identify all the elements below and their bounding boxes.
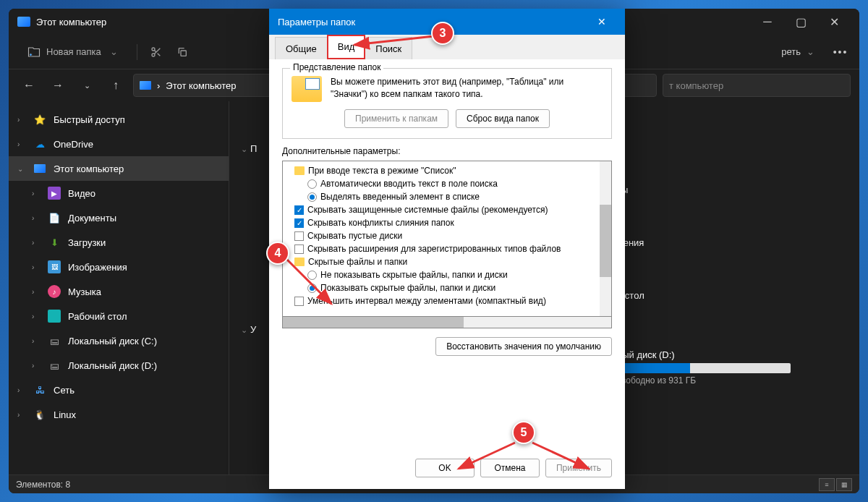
sidebar-item-this-pc[interactable]: ⌄Этот компьютер <box>9 156 229 181</box>
cloud-icon: ☁ <box>33 137 46 150</box>
scrollbar-thumb[interactable] <box>600 205 611 277</box>
chevron-down-icon[interactable]: ⌄ <box>241 326 247 334</box>
linux-icon: 🐧 <box>33 408 46 421</box>
drive-icon: 🖴 <box>48 359 61 372</box>
apply-button[interactable]: Применить <box>545 459 612 477</box>
svg-rect-3 <box>181 51 186 56</box>
dialog-titlebar: Параметры папок ✕ <box>269 9 625 35</box>
reset-folders-button[interactable]: Сброс вида папок <box>456 109 550 128</box>
navigation-pane: ›⭐Быстрый доступ ›☁OneDrive ⌄Этот компью… <box>9 101 229 475</box>
view-dropdown[interactable]: реть ⌄ <box>774 42 822 61</box>
recent-chevron[interactable]: ⌄ <box>75 74 98 97</box>
drive-item[interactable]: ный диск (D:) свободно из 931 ГБ <box>617 349 848 386</box>
tab-search[interactable]: Поиск <box>365 37 412 59</box>
picture-icon: 🖼 <box>48 260 61 273</box>
monitor-icon <box>33 162 46 175</box>
cut-button[interactable] <box>149 45 163 59</box>
checkbox[interactable]: ✓ <box>294 205 304 215</box>
sidebar-item-desktop[interactable]: ›Рабочий стол <box>9 304 229 328</box>
folder-view-icon <box>292 76 322 102</box>
tab-general[interactable]: Общие <box>275 37 328 59</box>
folder-icon <box>294 166 305 175</box>
svg-point-1 <box>152 48 155 51</box>
scrollbar-thumb[interactable] <box>283 317 464 328</box>
tab-view[interactable]: Вид <box>327 35 366 59</box>
ok-button[interactable]: OK <box>415 459 475 477</box>
sidebar-item-quick-access[interactable]: ›⭐Быстрый доступ <box>9 107 229 132</box>
folder-item[interactable]: й стол <box>617 286 848 305</box>
this-pc-icon <box>140 81 151 90</box>
radio[interactable] <box>307 271 317 280</box>
checkbox[interactable] <box>294 231 304 241</box>
document-icon: 📄 <box>48 211 61 224</box>
breadcrumb-location[interactable]: Этот компьютер <box>166 80 236 91</box>
this-pc-icon <box>17 17 30 27</box>
folder-views-group: Представление папок Вы можете применить … <box>282 68 612 139</box>
network-icon: 🖧 <box>33 383 46 396</box>
chevron-down-icon: ⌄ <box>110 46 118 57</box>
sidebar-item-documents[interactable]: ›📄Документы <box>9 205 229 230</box>
chevron-down-icon[interactable]: ⌄ <box>241 145 247 153</box>
sidebar-item-network[interactable]: ›🖧Сеть <box>9 378 229 402</box>
sidebar-item-drive-c[interactable]: ›🖴Локальный диск (C:) <box>9 328 229 353</box>
radio[interactable] <box>307 179 317 189</box>
new-folder-button[interactable]: Новая папка ⌄ <box>20 41 125 63</box>
radio-show-hidden[interactable] <box>307 284 317 293</box>
drive-icon: 🖴 <box>48 334 61 347</box>
copy-button[interactable] <box>175 45 190 59</box>
download-icon: ⬇ <box>48 236 61 249</box>
advanced-settings-tree[interactable]: При вводе текста в режиме "Список" Автом… <box>282 161 612 317</box>
restore-defaults-button[interactable]: Восстановить значения по умолчанию <box>435 337 612 356</box>
dialog-close-button[interactable]: ✕ <box>587 9 616 35</box>
music-icon: ♪ <box>48 285 61 298</box>
forward-button[interactable]: → <box>46 74 69 97</box>
checkbox[interactable] <box>294 244 304 254</box>
details-view-button[interactable]: ≡ <box>819 478 835 491</box>
star-icon: ⭐ <box>33 113 46 126</box>
sidebar-item-linux[interactable]: ›🐧Linux <box>9 402 229 427</box>
sidebar-item-pictures[interactable]: ›🖼Изображения <box>9 255 229 279</box>
sidebar-item-drive-d[interactable]: ›🖴Локальный диск (D:) <box>9 353 229 378</box>
search-input[interactable]: т компьютер <box>663 74 851 97</box>
sidebar-item-videos[interactable]: ›▶Видео <box>9 181 229 205</box>
sidebar-item-onedrive[interactable]: ›☁OneDrive <box>9 132 229 156</box>
new-folder-icon <box>27 46 41 59</box>
folder-icon <box>294 258 305 266</box>
drive-capacity-bar <box>617 363 791 373</box>
advanced-settings-label: Дополнительные параметры: <box>282 146 612 156</box>
checkbox[interactable] <box>294 297 304 306</box>
up-button[interactable]: ↑ <box>104 74 127 97</box>
desktop-icon <box>48 310 61 323</box>
video-icon: ▶ <box>48 187 61 200</box>
more-button[interactable]: ••• <box>833 45 848 59</box>
back-button[interactable]: ← <box>17 74 41 97</box>
breadcrumb-sep: › <box>157 80 160 91</box>
dialog-tabs: Общие Вид Поиск <box>269 35 625 59</box>
minimize-button[interactable]: ─ <box>751 10 784 33</box>
sidebar-item-downloads[interactable]: ›⬇Загрузки <box>9 230 229 255</box>
cancel-button[interactable]: Отмена <box>480 459 540 477</box>
horizontal-scrollbar[interactable] <box>282 317 612 328</box>
icons-view-button[interactable]: ▦ <box>836 478 852 491</box>
folder-item[interactable]: жения <box>617 233 848 252</box>
folder-options-dialog: Параметры папок ✕ Общие Вид Поиск Предст… <box>269 9 625 489</box>
apply-to-folders-button[interactable]: Применить к папкам <box>344 109 448 128</box>
checkbox[interactable]: ✓ <box>294 218 304 228</box>
svg-point-2 <box>152 54 155 56</box>
folder-item[interactable]: ты <box>617 180 848 200</box>
sidebar-item-music[interactable]: ›♪Музыка <box>9 279 229 304</box>
chevron-down-icon: ⌄ <box>807 46 814 57</box>
close-button[interactable]: ✕ <box>817 10 851 33</box>
maximize-button[interactable]: ▢ <box>784 10 817 33</box>
radio[interactable] <box>307 192 317 202</box>
